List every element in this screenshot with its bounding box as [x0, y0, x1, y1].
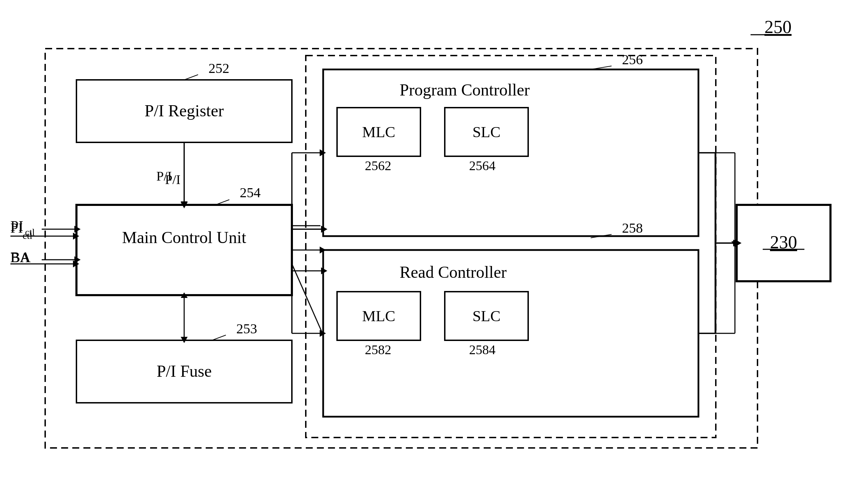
pi-fuse-label: P/I Fuse: [157, 362, 212, 380]
ref-250: 250: [764, 17, 792, 37]
svg-line-1: [184, 75, 198, 80]
ref-2584: 2584: [469, 342, 496, 357]
read-controller-label: Read Controller: [400, 263, 507, 281]
ref-258: 258: [622, 220, 643, 236]
pi-register-label: P/I Register: [145, 101, 224, 120]
mcu-read-lower-diag: [292, 264, 322, 333]
ref-256: 256: [622, 52, 643, 67]
ref-252: 252: [208, 60, 229, 76]
slc-prog-label: SLC: [473, 124, 501, 141]
pi-label: P/I: [156, 169, 172, 183]
main-control-block: [76, 205, 292, 295]
diagram: 250 P/I Register 252 Main Control Unit 2…: [0, 0, 868, 483]
pictl-text: PI: [10, 218, 23, 234]
ref-2562: 2562: [365, 158, 391, 173]
ref-254: 254: [240, 185, 261, 200]
pictl-sub: ctl: [25, 227, 35, 238]
svg-line-3: [212, 335, 226, 340]
ba-text: BA: [10, 249, 31, 265]
ref-253: 253: [236, 321, 257, 336]
ref-2582: 2582: [365, 342, 391, 357]
main-control-label-line1: Main Control Unit: [122, 228, 246, 247]
slc-read-label: SLC: [473, 308, 501, 325]
ref-2564: 2564: [469, 158, 496, 173]
mlc-prog-label: MLC: [362, 124, 395, 141]
program-controller-label: Program Controller: [400, 81, 530, 99]
mlc-read-label: MLC: [362, 308, 395, 325]
